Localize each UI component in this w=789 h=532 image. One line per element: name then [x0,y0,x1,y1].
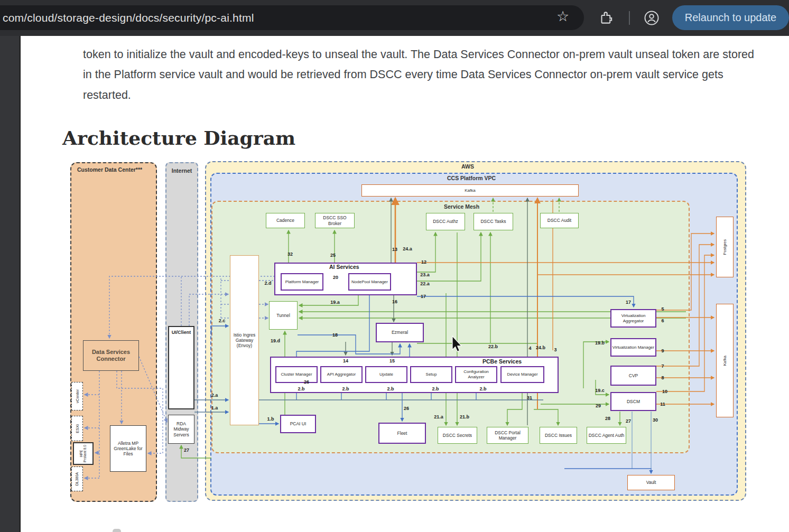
browser-toolbar: com/cloud/storage-design/docs/security/p… [0,0,789,36]
node-configuration-analyzer: Configuration Analyzer [455,366,497,383]
page-title: Architecture Diagram [62,127,295,149]
node-nodepool-manager: NodePool Manager [348,273,391,291]
node-dscc-sso-broker: DSCC SSO Broker [315,213,355,228]
bookmark-star-icon[interactable]: ☆ [556,10,569,24]
node-virtualization-aggregator: Virtualization Aggregator [610,309,656,328]
profile-icon[interactable] [644,10,660,26]
node-device-manager: Device Manager [500,366,544,383]
node-istio-ingress-gateway: Istio Ingres Gateway (Envoy) [230,255,259,425]
node-postgres-label: Postgres [722,239,727,255]
node-dscm: DSCM [610,392,656,411]
side-panel-strip [0,36,21,532]
address-bar[interactable]: com/cloud/storage-design/docs/security/p… [0,5,584,30]
node-tunnel: Tunnel [269,301,298,330]
node-alletra-greenlake: Alletra MP GreenLake for Files [110,425,146,472]
node-setup: Setup [410,366,452,383]
node-ezmeral: Ezmeral [376,323,424,342]
node-dscc-issues: DSCC Issues [540,427,577,444]
node-dl380a: DL380A [71,466,83,491]
group-pcbe-services-title: PCBe Services [482,358,522,365]
relaunch-button[interactable]: Relaunch to update [672,5,789,30]
node-pcai-ui: PCAI UI [280,415,316,433]
node-vault: Vault [627,475,675,490]
node-hpe-proliant: HPE Proliant 8.0 [73,442,94,465]
node-dscc-authz: DSCC Authz [426,213,465,230]
extensions-icon[interactable] [599,11,614,25]
architecture-diagram: Customer Data Center*** Internet AWS CCS… [62,156,746,505]
region-label-service-mesh: Service Mesh [444,203,479,210]
region-label-customer-dc: Customer Data Center*** [77,166,142,173]
region-label-aws: AWS [461,163,474,170]
region-label-ccs-vpc: CCS Platform VPC [447,175,496,181]
node-vcenter: vCenter [71,382,83,410]
node-fleet: Fleet [378,423,426,444]
node-dscc-agent-auth: DSCC Agent Auth [587,427,626,444]
node-virtualization-manager: Virtualization Manager [610,338,656,357]
node-cadence: Cadence [266,213,305,228]
group-ai-services-title: AI Services [329,264,359,270]
article-paragraph: token to initialize the vault and encode… [83,44,759,106]
node-ui-client: UI/Client [168,326,194,409]
region-label-internet: Internet [168,167,196,174]
node-platform-manager: Platform Manager [281,273,323,291]
node-dscc-audit: DSCC Audit [540,213,579,228]
node-data-services-connector: Data Services Connector [83,340,139,371]
node-vcenter-label: vCenter [75,389,80,403]
node-update: Update [365,366,407,383]
node-dl380a-label: DL380A [75,472,79,486]
node-api-aggregator: API Aggregator [320,366,363,383]
node-dscc-portal-manager: DSCC Portal Manager [487,427,528,444]
node-esxi-label: ESXi [75,424,80,433]
node-rda-midway-servers: RDA Midway Servers [168,415,194,444]
partial-next-heading [113,529,121,532]
node-cluster-manager: Cluster Manager [275,366,318,383]
node-postgres: Postgres [716,217,734,277]
node-hpe-proliant-label: HPE Proliant 8.0 [79,444,87,463]
node-kafka-top: Kafka [361,184,579,197]
node-dscc-tasks: DSCC Tasks [474,213,513,230]
node-kafka-right-label: Kafka [722,356,727,366]
node-kafka-right: Kafka [716,304,734,417]
node-cvp: CVP [610,366,656,386]
url-text: com/cloud/storage-design/docs/security/p… [3,12,254,24]
node-esxi: ESXi [71,416,83,441]
toolbar-divider [629,11,630,25]
node-dscc-secrets: DSCC Secrets [438,427,477,444]
